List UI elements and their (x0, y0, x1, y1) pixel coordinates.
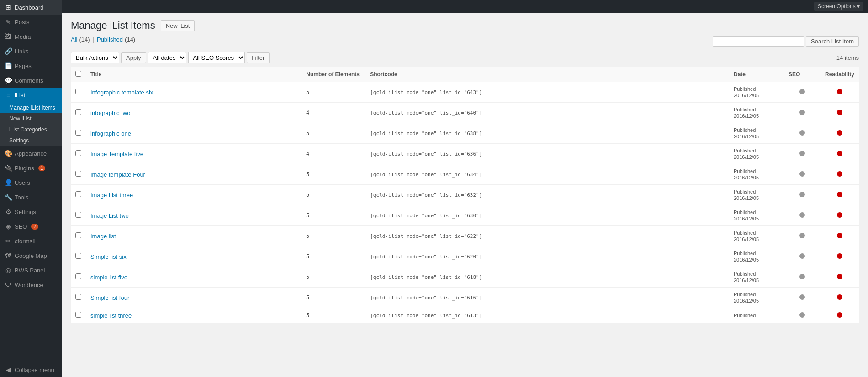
row-checkbox[interactable] (75, 171, 81, 177)
row-checkbox[interactable] (75, 294, 81, 300)
seo-dot (799, 151, 805, 156)
dates-select[interactable]: All dates (148, 52, 186, 63)
sidebar-item-media[interactable]: 🖼 Media (0, 29, 62, 44)
search-input[interactable] (713, 36, 804, 47)
sidebar-item-label: Media (15, 33, 31, 40)
new-ilist-button[interactable]: New iList (161, 20, 195, 31)
sidebar-item-plugins[interactable]: 🔌 Plugins 1 (0, 161, 62, 175)
readability-dot (837, 274, 842, 279)
select-all-checkbox[interactable] (75, 71, 81, 77)
item-title-link[interactable]: Image list (90, 233, 116, 240)
row-checkbox[interactable] (75, 273, 81, 279)
row-title-cell: Image List three (86, 185, 302, 205)
row-checkbox[interactable] (75, 312, 81, 318)
submenu-item-manage[interactable]: Manage iList Items (0, 102, 62, 113)
sidebar-item-ilist[interactable]: ≡ iList (0, 88, 62, 102)
readability-dot (837, 212, 842, 218)
sidebar-item-appearance[interactable]: 🎨 Appearance (0, 146, 62, 161)
ilist-icon: ≡ (5, 91, 12, 99)
item-title-link[interactable]: simple list three (90, 312, 132, 319)
date-value: 2016/12/05 (734, 113, 759, 119)
row-checkbox[interactable] (75, 191, 81, 197)
filter-button[interactable]: Filter (247, 52, 270, 63)
row-checkbox[interactable] (75, 109, 81, 115)
item-title-link[interactable]: Simple list six (90, 253, 127, 260)
row-seo-cell (784, 123, 820, 144)
row-checkbox[interactable] (75, 212, 81, 218)
bulk-actions-select[interactable]: Bulk Actions (71, 52, 119, 63)
sidebar-item-users[interactable]: 👤 Users (0, 175, 62, 190)
submenu-item-new[interactable]: New iList (0, 113, 62, 124)
screen-options-button[interactable]: Screen Options ▾ (814, 2, 863, 11)
sidebar-item-collapse[interactable]: ◀ Collapse menu (0, 362, 62, 377)
date-value: 2016/12/05 (734, 278, 759, 283)
sidebar-item-seo[interactable]: ◈ SEO 2 (0, 219, 62, 234)
row-shortcode-cell: [qcld-ilist mode="one" list_id="640"] (365, 103, 729, 123)
row-readability-cell (820, 205, 859, 226)
filter-published-link[interactable]: Published (97, 36, 123, 43)
row-checkbox-cell (71, 246, 86, 267)
row-checkbox[interactable] (75, 89, 81, 94)
item-title-link[interactable]: Image template Four (90, 171, 145, 178)
row-seo-cell (784, 144, 820, 164)
search-button[interactable]: Search List Item (806, 36, 859, 47)
row-title-cell: Image Template five (86, 144, 302, 164)
apply-button[interactable]: Apply (121, 52, 146, 63)
filter-all-link[interactable]: All (71, 36, 77, 43)
readability-dot (837, 151, 842, 156)
sidebar-item-wordfence[interactable]: 🛡 Wordfence (0, 278, 62, 292)
row-elements-cell: 4 (302, 144, 365, 164)
row-checkbox[interactable] (75, 130, 81, 136)
submenu-label: Manage iList Items (9, 105, 55, 111)
dashboard-icon: ⊞ (5, 4, 12, 11)
sidebar-item-google-map[interactable]: 🗺 Google Map (0, 248, 62, 263)
row-checkbox[interactable] (75, 253, 81, 259)
item-count: 14 items (836, 54, 859, 61)
row-checkbox[interactable] (75, 232, 81, 238)
seo-dot (799, 192, 805, 197)
date-value: 2016/12/05 (734, 236, 759, 242)
item-title-link[interactable]: simple list five (90, 274, 127, 281)
sidebar-item-tools[interactable]: 🔧 Tools (0, 190, 62, 204)
col-seo: SEO (784, 67, 820, 82)
table-row: simple list five 5 [qcld-ilist mode="one… (71, 267, 859, 288)
sidebar-item-label: SEO (15, 223, 27, 230)
shortcode-text: [qcld-ilist mode="one" list_id="620"] (370, 254, 482, 260)
col-shortcode: Shortcode (365, 67, 729, 82)
item-title-link[interactable]: Infographic template six (90, 89, 153, 96)
ilist-submenu: Manage iList Items New iList iList Categ… (0, 102, 62, 146)
sidebar-item-settings[interactable]: ⚙ Settings (0, 204, 62, 219)
sidebar-item-links[interactable]: 🔗 Links (0, 44, 62, 58)
item-title-link[interactable]: Image List two (90, 212, 129, 219)
sidebar-item-bws-panel[interactable]: ◎ BWS Panel (0, 263, 62, 278)
sidebar-item-label: Settings (15, 209, 36, 215)
row-date-cell: Published 2016/12/05 (729, 82, 784, 103)
sidebar-item-label: Plugins (15, 165, 34, 172)
row-checkbox[interactable] (75, 150, 81, 156)
submenu-item-settings[interactable]: Settings (0, 135, 62, 146)
sidebar-item-posts[interactable]: ✎ Posts (0, 15, 62, 29)
table-row: infographic two 4 [qcld-ilist mode="one"… (71, 103, 859, 123)
shortcode-text: [qcld-ilist mode="one" list_id="616"] (370, 295, 482, 301)
readability-dot (837, 89, 842, 94)
date-value: 2016/12/05 (734, 298, 759, 304)
seo-dot (799, 294, 805, 300)
row-elements-cell: 5 (302, 164, 365, 185)
item-title-link[interactable]: infographic one (90, 130, 131, 137)
row-elements-cell: 5 (302, 288, 365, 308)
item-title-link[interactable]: Simple list four (90, 294, 129, 301)
table-row: Image list 5 [qcld-ilist mode="one" list… (71, 226, 859, 246)
seo-scores-select[interactable]: All SEO Scores (188, 52, 245, 63)
item-title-link[interactable]: infographic two (90, 110, 130, 116)
row-readability-cell (820, 123, 859, 144)
row-title-cell: Infographic template six (86, 82, 302, 103)
sidebar-item-cformsii[interactable]: ✏ cformsII (0, 234, 62, 248)
seo-dot (799, 233, 805, 238)
sidebar-item-comments[interactable]: 💬 Comments (0, 73, 62, 88)
submenu-item-categories[interactable]: iList Categories (0, 124, 62, 135)
sidebar-item-pages[interactable]: 📄 Pages (0, 58, 62, 73)
row-seo-cell (784, 246, 820, 267)
item-title-link[interactable]: Image List three (90, 192, 133, 199)
item-title-link[interactable]: Image Template five (90, 151, 143, 157)
sidebar-item-dashboard[interactable]: ⊞ Dashboard (0, 0, 62, 15)
